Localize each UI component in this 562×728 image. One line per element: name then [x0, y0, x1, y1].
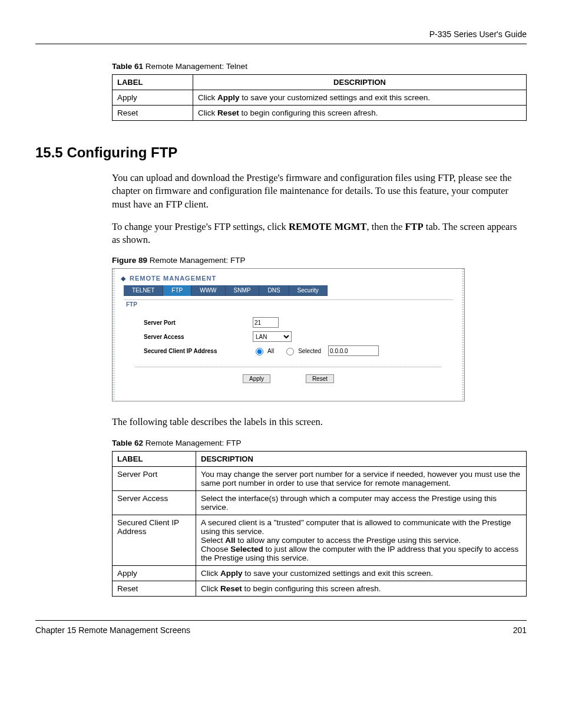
- after-figure-text: The following table describes the labels…: [112, 416, 527, 429]
- radio-all[interactable]: [256, 348, 263, 355]
- table-row: Apply Click Apply to save your customize…: [113, 565, 527, 581]
- table62-caption: Table 62 Remote Management: FTP: [112, 439, 527, 447]
- secured-ip-label: Secured Client IP Address: [144, 348, 253, 354]
- diamond-icon: ◆: [120, 275, 126, 281]
- footer-page-number: 201: [513, 625, 527, 635]
- table-row: Reset Click Reset to begin configuring t…: [113, 106, 527, 121]
- panel-title: REMOTE MANAGEMENT: [130, 275, 216, 282]
- radio-all-label: All: [267, 348, 274, 354]
- section-heading: 15.5 Configuring FTP: [35, 144, 527, 161]
- server-access-label: Server Access: [144, 334, 253, 340]
- table-62: LABEL DESCRIPTION Server Port You may ch…: [112, 451, 527, 597]
- page-footer: Chapter 15 Remote Management Screens 201: [35, 620, 527, 635]
- figure-89-box: ◆ REMOTE MANAGEMENT TELNET FTP WWW SNMP …: [112, 268, 465, 401]
- header-rule: [35, 44, 527, 44]
- paragraph-2: To change your Prestige's FTP settings, …: [112, 220, 527, 247]
- radio-selected-label: Selected: [298, 348, 321, 354]
- subpanel-label: FTP: [124, 301, 453, 308]
- table-row: Apply Click Apply to save your customize…: [113, 90, 527, 106]
- secured-ip-input[interactable]: [328, 345, 379, 356]
- table61-head-desc: DESCRIPTION: [193, 75, 527, 90]
- server-port-label: Server Port: [144, 319, 253, 326]
- table-row: Server Port You may change the server po…: [113, 466, 527, 490]
- table61-caption: Table 61 Remote Management: Telnet: [112, 62, 527, 71]
- doc-header: P-335 Series User's Guide: [35, 29, 527, 39]
- table-61: LABEL DESCRIPTION Apply Click Apply to s…: [112, 74, 527, 121]
- server-access-select[interactable]: LAN: [253, 331, 292, 342]
- tab-telnet[interactable]: TELNET: [124, 285, 163, 296]
- table-row: Server Access Select the interface(s) th…: [113, 490, 527, 515]
- table62-head-label: LABEL: [113, 451, 196, 466]
- tab-snmp[interactable]: SNMP: [226, 285, 260, 296]
- dotted-separator: [135, 367, 441, 367]
- table61-head-label: LABEL: [113, 75, 193, 90]
- paragraph-1: You can upload and download the Prestige…: [112, 172, 527, 211]
- reset-button[interactable]: Reset: [306, 374, 334, 383]
- tab-dns[interactable]: DNS: [259, 285, 289, 296]
- tab-security[interactable]: Security: [289, 285, 328, 296]
- server-port-input[interactable]: [253, 317, 279, 328]
- tab-ftp[interactable]: FTP: [163, 285, 191, 296]
- footer-chapter: Chapter 15 Remote Management Screens: [35, 625, 190, 635]
- tab-www[interactable]: WWW: [191, 285, 225, 296]
- radio-selected[interactable]: [286, 348, 294, 355]
- figure89-caption: Figure 89 Remote Management: FTP: [112, 256, 527, 265]
- apply-button[interactable]: Apply: [243, 374, 270, 383]
- table62-head-desc: DESCRIPTION: [196, 451, 527, 466]
- table-row: Reset Click Reset to begin configuring t…: [113, 581, 527, 596]
- table-row: Secured Client IP Address A secured clie…: [113, 515, 527, 565]
- tab-bar: TELNET FTP WWW SNMP DNS Security: [124, 285, 458, 296]
